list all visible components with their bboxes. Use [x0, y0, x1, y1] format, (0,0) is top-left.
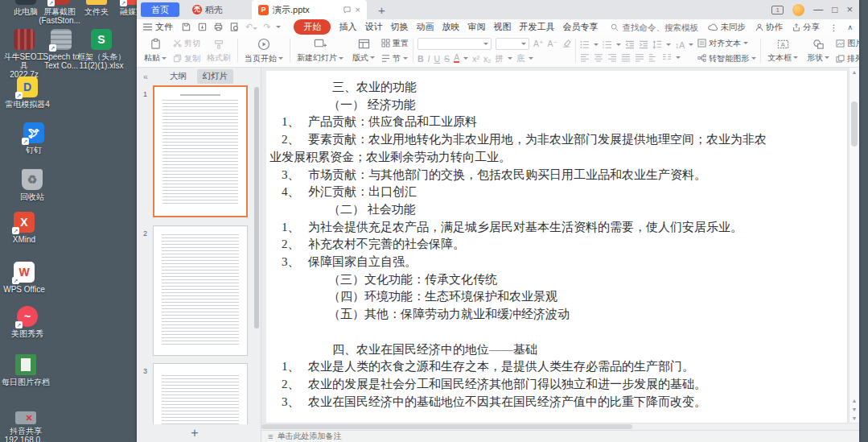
- next-slide-icon[interactable]: ▼: [849, 406, 859, 414]
- underline-button[interactable]: U: [434, 54, 441, 64]
- file-menu[interactable]: 文件: [143, 21, 173, 33]
- decrease-font-button[interactable]: A⁻: [548, 39, 558, 48]
- desktop-icon-xlsx[interactable]: S 框架（头条） 11(2)(1).xlsx: [77, 29, 125, 70]
- scroll-up-icon[interactable]: ▲: [849, 68, 859, 76]
- window-manage-icon[interactable]: 1: [771, 6, 784, 14]
- font-color-button[interactable]: A: [454, 54, 459, 63]
- play-from-current-button[interactable]: 当页开始: [242, 35, 286, 66]
- slide-thumbnail-1[interactable]: [153, 85, 248, 217]
- new-slide-button[interactable]: 新建幻灯片: [294, 35, 346, 66]
- distribute-icon[interactable]: [635, 53, 644, 62]
- scroll-down-icon[interactable]: ▼: [849, 415, 859, 423]
- tab-home-ribbon[interactable]: 开始: [294, 19, 331, 35]
- comment-bubble-icon[interactable]: [343, 6, 352, 14]
- subscript-button[interactable]: x₂: [483, 54, 491, 64]
- search-input[interactable]: [622, 23, 699, 32]
- tab-transition[interactable]: 切换: [390, 21, 408, 33]
- customize-toolbar-icon[interactable]: [276, 26, 281, 28]
- redo-icon[interactable]: ↷: [263, 22, 270, 32]
- slide-canvas[interactable]: 三、农业的功能 （一） 经济功能 1、产品贡献：供应食品和工业原料 2、要素贡献…: [261, 68, 859, 423]
- italic-button[interactable]: I: [428, 54, 430, 64]
- font-family-combo[interactable]: [418, 38, 492, 50]
- desktop-icon-recycle-bin[interactable]: ♻ 回收站: [8, 169, 56, 201]
- strikethrough-button[interactable]: S: [444, 54, 450, 64]
- tab-member[interactable]: 会员专享: [562, 21, 598, 33]
- close-document-icon[interactable]: ×: [356, 5, 360, 14]
- format-painter-button[interactable]: 格式刷: [204, 35, 233, 66]
- maximize-button[interactable]: □: [832, 5, 837, 14]
- textbox-button[interactable]: A 文本框: [765, 35, 800, 66]
- align-text-button[interactable]: 对齐文本: [697, 38, 756, 49]
- phonetic-button[interactable]: 拼: [495, 53, 504, 64]
- desktop-icon-network-share[interactable]: ✕ 抖音共享 192.168.0...: [2, 405, 50, 442]
- tab-devtools[interactable]: 开发工具: [519, 21, 554, 33]
- home-tab[interactable]: 首页: [141, 2, 179, 17]
- bold-button[interactable]: B: [418, 54, 424, 64]
- desktop-icon-meitu[interactable]: ~↗ 美图秀秀: [3, 306, 51, 338]
- save-icon[interactable]: [181, 22, 191, 32]
- cut-button[interactable]: 剪切: [173, 38, 200, 49]
- horizontal-scrollbar[interactable]: [261, 423, 859, 430]
- minimize-button[interactable]: —: [813, 5, 823, 14]
- desktop-icon-wps[interactable]: W↗ WPS Office: [0, 262, 48, 294]
- clear-format-icon[interactable]: [562, 39, 571, 48]
- copy-button[interactable]: 复制: [173, 53, 200, 64]
- vertical-scrollbar-thumb[interactable]: [851, 101, 858, 147]
- tab-animation[interactable]: 动画: [416, 21, 434, 33]
- slide-text-block[interactable]: 三、农业的功能 （一） 经济功能 1、产品贡献：供应食品和工业原料 2、要素贡献…: [266, 79, 842, 411]
- notes-placeholder[interactable]: 单击此处添加备注: [277, 431, 341, 442]
- bullets-icon[interactable]: [580, 40, 590, 49]
- close-window-button[interactable]: ×: [846, 5, 853, 14]
- arrange-button[interactable]: 排列: [836, 53, 859, 64]
- reset-button[interactable]: 重置: [381, 38, 409, 49]
- new-tab-button[interactable]: +: [378, 3, 385, 17]
- avatar[interactable]: [792, 4, 804, 16]
- tab-design[interactable]: 设计: [364, 21, 382, 33]
- undo-icon[interactable]: ↶: [245, 22, 257, 32]
- picture-button[interactable]: 图片: [836, 38, 859, 49]
- font-size-combo[interactable]: [496, 38, 529, 50]
- previous-slide-icon[interactable]: ▲: [849, 397, 859, 405]
- smartart-button[interactable]: 转智能图形: [697, 53, 756, 64]
- layout-button[interactable]: 版式: [350, 35, 377, 66]
- vertical-scrollbar[interactable]: ▲ ▲ ▼ ▼: [849, 68, 859, 423]
- add-slide-button[interactable]: +: [137, 424, 253, 442]
- desktop-icon-dingtalk[interactable]: 🕊↗ 钉钉: [10, 122, 58, 155]
- print-preview-icon[interactable]: [229, 22, 240, 32]
- tab-view[interactable]: 视图: [493, 21, 511, 33]
- highlight-button[interactable]: 底: [516, 53, 525, 64]
- slide-thumbnail-2[interactable]: [153, 225, 248, 356]
- superscript-button[interactable]: x²: [472, 54, 479, 64]
- text-direction-button[interactable]: ↕A: [675, 40, 685, 50]
- shapes-button[interactable]: 形状: [804, 35, 832, 66]
- tab-slideshow[interactable]: 放映: [442, 21, 459, 33]
- tab-review[interactable]: 审阅: [467, 21, 485, 33]
- tab-slides[interactable]: 幻灯片: [197, 69, 234, 84]
- tab-insert[interactable]: 插入: [339, 21, 356, 33]
- increase-indent-icon[interactable]: [639, 40, 648, 49]
- sync-status[interactable]: 未同步: [708, 22, 746, 33]
- panel-scrollbar[interactable]: [254, 87, 259, 421]
- tab-outline[interactable]: 大纲: [164, 69, 192, 84]
- share-button[interactable]: 分享: [792, 22, 820, 33]
- desktop-icon-ld-player[interactable]: D↗ 雷电模拟器4: [3, 76, 51, 109]
- notes-bar[interactable]: ≡ 单击此处添加备注: [261, 430, 859, 442]
- command-search[interactable]: [611, 23, 699, 32]
- panel-scrollbar-thumb[interactable]: [254, 87, 259, 328]
- slide-surface[interactable]: 三、农业的功能 （一） 经济功能 1、产品贡献：供应食品和工业原料 2、要素贡献…: [266, 71, 848, 423]
- paste-button[interactable]: 粘贴: [142, 35, 169, 66]
- docer-tab[interactable]: 壳 稻壳: [184, 0, 231, 19]
- collapse-ribbon-icon[interactable]: ∧: [847, 23, 853, 31]
- decrease-indent-icon[interactable]: [625, 40, 635, 49]
- align-left-icon[interactable]: [580, 53, 590, 62]
- desktop-icon-xmind[interactable]: X↗ XMind: [0, 212, 48, 244]
- section-button[interactable]: 节: [381, 53, 409, 64]
- align-center-icon[interactable]: [594, 53, 603, 62]
- line-spacing-icon[interactable]: [652, 40, 662, 49]
- collaborate-button[interactable]: 协作: [755, 22, 783, 33]
- justify-icon[interactable]: [621, 53, 631, 62]
- export-pdf-icon[interactable]: [197, 22, 208, 32]
- numbering-icon[interactable]: [603, 40, 612, 49]
- document-tab[interactable]: P 演示.pptx ×: [252, 0, 367, 19]
- increase-font-button[interactable]: A⁺: [533, 39, 544, 48]
